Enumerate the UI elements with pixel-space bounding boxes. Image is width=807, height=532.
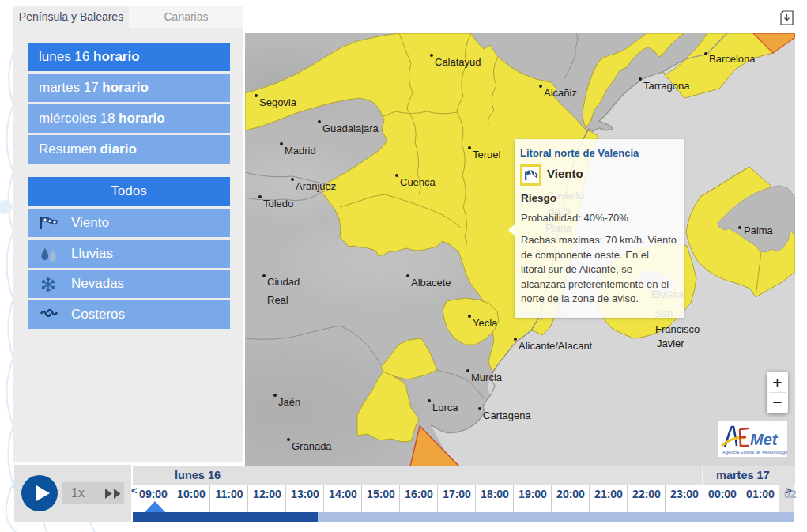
svg-text:Segovia: Segovia <box>259 96 297 108</box>
svg-text:Madrid: Madrid <box>285 145 316 157</box>
svg-text:Alcañiz: Alcañiz <box>544 87 577 99</box>
svg-text:Tarragona: Tarragona <box>643 80 690 92</box>
svg-text:Granada: Granada <box>292 440 332 452</box>
svg-text:Cuenca: Cuenca <box>400 176 436 188</box>
svg-text:Met: Met <box>750 431 779 448</box>
svg-text:Murcia: Murcia <box>471 372 503 383</box>
svg-text:Albacete: Albacete <box>411 277 451 289</box>
svg-text:Francisco: Francisco <box>655 323 700 335</box>
svg-text:Agencia Estatal de Meteorologí: Agencia Estatal de Meteorología <box>722 450 787 455</box>
svg-text:Jaén: Jaén <box>278 396 300 408</box>
svg-text:Cartagena: Cartagena <box>483 409 531 421</box>
svg-text:Barcelona: Barcelona <box>709 53 756 65</box>
svg-text:Alicante/Alacant: Alicante/Alacant <box>519 340 593 352</box>
svg-text:Yecla: Yecla <box>473 317 498 329</box>
svg-text:Javier: Javier <box>657 338 684 349</box>
svg-text:Toledo: Toledo <box>263 198 293 209</box>
svg-text:Palma: Palma <box>744 224 774 236</box>
svg-text:Ciudad: Ciudad <box>267 276 300 288</box>
svg-text:Calatayud: Calatayud <box>435 56 481 68</box>
svg-text:Guadalajara: Guadalajara <box>322 123 379 134</box>
svg-text:Teruel: Teruel <box>473 149 501 160</box>
svg-text:Real: Real <box>267 294 288 306</box>
svg-text:Aranjuez: Aranjuez <box>296 180 336 192</box>
svg-text:Lorca: Lorca <box>432 402 458 413</box>
